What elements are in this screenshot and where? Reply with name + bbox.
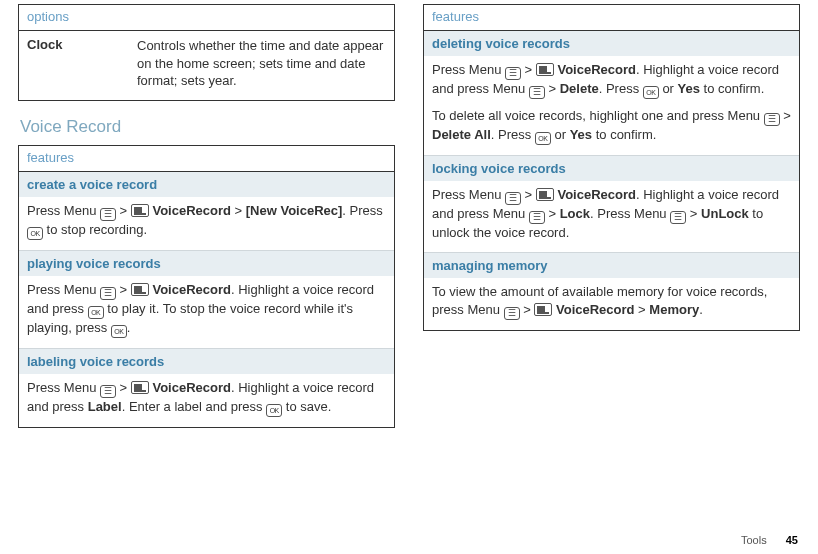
feature-title-playing: playing voice records <box>19 250 394 276</box>
feature-title-deleting: deleting voice records <box>424 31 799 56</box>
options-header: options <box>19 5 394 31</box>
menu-key-icon <box>100 208 116 221</box>
text: . Press <box>491 127 535 142</box>
voice-record-heading: Voice Record <box>20 117 395 137</box>
text: or <box>659 81 678 96</box>
bold-text: VoiceRecord <box>149 380 231 395</box>
text: Press Menu <box>432 187 505 202</box>
ok-key-icon <box>88 306 104 319</box>
footer-section: Tools <box>741 534 767 546</box>
features-table-left: features create a voice record Press Men… <box>18 145 395 428</box>
text: to confirm. <box>592 127 656 142</box>
ok-key-icon <box>27 227 43 240</box>
text: to confirm. <box>700 81 764 96</box>
feature-title-create: create a voice record <box>19 172 394 197</box>
text: to save. <box>282 399 331 414</box>
text: . <box>127 320 131 335</box>
ok-key-icon <box>535 132 551 145</box>
text: > <box>545 206 560 221</box>
right-column: features deleting voice records Press Me… <box>423 4 800 444</box>
media-icon <box>536 63 554 76</box>
bold-text: Yes <box>570 127 592 142</box>
menu-key-icon <box>505 192 521 205</box>
text: > <box>116 282 131 297</box>
media-icon <box>536 188 554 201</box>
feature-body-locking: Press Menu > VoiceRecord. Highlight a vo… <box>424 181 799 252</box>
text: > <box>686 206 701 221</box>
menu-key-icon <box>670 211 686 224</box>
bold-text: Label <box>88 399 122 414</box>
feature-body-playing: Press Menu > VoiceRecord. Highlight a vo… <box>19 276 394 348</box>
features-header: features <box>19 146 394 172</box>
bold-text: [New VoiceRec] <box>246 203 343 218</box>
features-header: features <box>424 5 799 31</box>
bold-text: VoiceRecord <box>149 203 231 218</box>
options-table: options Clock Controls whether the time … <box>18 4 395 101</box>
menu-key-icon <box>764 113 780 126</box>
bold-text: Delete <box>560 81 599 96</box>
text: Press Menu <box>27 380 100 395</box>
media-icon <box>131 381 149 394</box>
page-footer: Tools 45 <box>741 534 798 546</box>
feature-title-labeling: labeling voice records <box>19 348 394 374</box>
media-icon <box>131 204 149 217</box>
text: . <box>699 302 703 317</box>
ok-key-icon <box>266 404 282 417</box>
text: > <box>635 302 650 317</box>
bold-text: UnLock <box>701 206 749 221</box>
option-name: Clock <box>27 37 137 90</box>
option-description: Controls whether the time and date appea… <box>137 37 386 90</box>
page-number: 45 <box>786 534 798 546</box>
feature-body-memory: To view the amount of available memory f… <box>424 278 799 330</box>
menu-key-icon <box>505 67 521 80</box>
bold-text: Lock <box>560 206 590 221</box>
bold-text: Delete All <box>432 127 491 142</box>
text: > <box>521 187 536 202</box>
left-column: options Clock Controls whether the time … <box>18 4 395 444</box>
text: or <box>551 127 570 142</box>
text: . Press <box>342 203 382 218</box>
text: to stop recording. <box>43 222 147 237</box>
bold-text: VoiceRecord <box>554 62 636 77</box>
text: > <box>545 81 560 96</box>
text: Press Menu <box>432 62 505 77</box>
text: > <box>780 108 791 123</box>
text: Press Menu <box>27 203 100 218</box>
menu-key-icon <box>100 287 116 300</box>
feature-body-create: Press Menu > VoiceRecord > [New VoiceRec… <box>19 197 394 250</box>
menu-key-icon <box>504 307 520 320</box>
text: > <box>231 203 246 218</box>
ok-key-icon <box>643 86 659 99</box>
menu-key-icon <box>529 86 545 99</box>
ok-key-icon <box>111 325 127 338</box>
bold-text: Memory <box>649 302 699 317</box>
bold-text: VoiceRecord <box>552 302 634 317</box>
text: > <box>521 62 536 77</box>
feature-body-deleting: Press Menu > VoiceRecord. Highlight a vo… <box>424 56 799 155</box>
features-table-right: features deleting voice records Press Me… <box>423 4 800 331</box>
bold-text: VoiceRecord <box>149 282 231 297</box>
media-icon <box>131 283 149 296</box>
menu-key-icon <box>529 211 545 224</box>
text: To delete all voice records, highlight o… <box>432 108 764 123</box>
feature-title-memory: managing memory <box>424 252 799 278</box>
bold-text: Yes <box>678 81 700 96</box>
text: . Enter a label and press <box>122 399 267 414</box>
text: > <box>116 380 131 395</box>
text: > <box>520 302 535 317</box>
text: . Press <box>599 81 643 96</box>
feature-title-locking: locking voice records <box>424 155 799 181</box>
option-row-clock: Clock Controls whether the time and date… <box>19 31 394 100</box>
feature-body-labeling: Press Menu > VoiceRecord. Highlight a vo… <box>19 374 394 427</box>
text: > <box>116 203 131 218</box>
media-icon <box>534 303 552 316</box>
text: Press Menu <box>27 282 100 297</box>
bold-text: VoiceRecord <box>554 187 636 202</box>
text: . Press Menu <box>590 206 670 221</box>
menu-key-icon <box>100 385 116 398</box>
